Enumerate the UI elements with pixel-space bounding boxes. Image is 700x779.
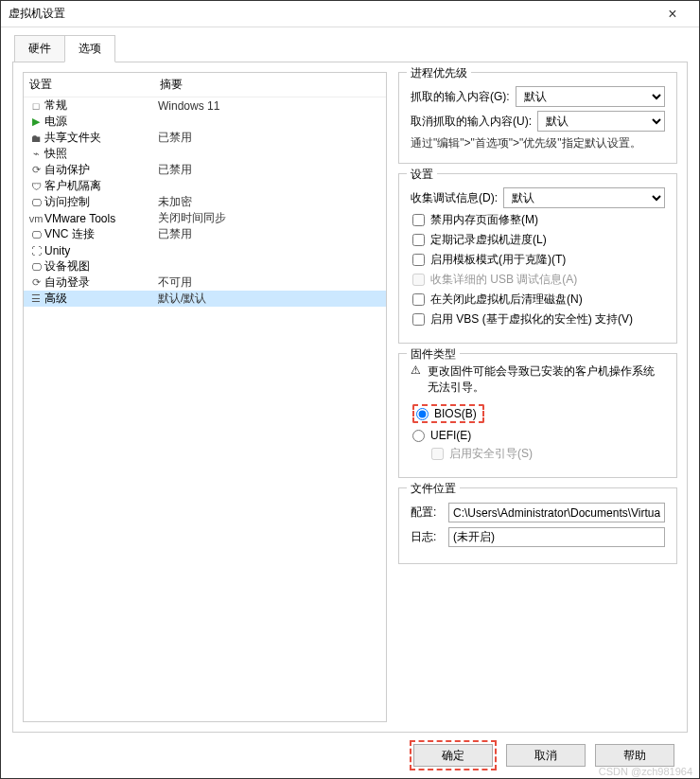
list-item[interactable]: 🖵设备视图 — [24, 258, 386, 274]
debug-select[interactable]: 默认 — [503, 187, 665, 208]
item-name: 自动保护 — [44, 162, 158, 178]
chk-log-progress[interactable]: 定期记录虚拟机进度(L) — [412, 232, 665, 248]
help-button[interactable]: 帮助 — [595, 744, 674, 767]
list-item[interactable]: ☰高级默认/默认 — [24, 291, 386, 307]
item-name: 快照 — [44, 146, 158, 162]
item-summary: 关闭时间同步 — [158, 210, 226, 226]
item-icon: ⟳ — [27, 164, 44, 176]
item-icon: ⟳ — [27, 276, 44, 289]
chk-template[interactable]: 启用模板模式(用于克隆)(T) — [412, 252, 665, 268]
dialog-buttons: 确定 取消 帮助 — [12, 733, 688, 778]
chk-usb-debug-box — [412, 274, 425, 286]
config-label: 配置: — [411, 505, 441, 521]
chk-clean-disk-box[interactable] — [412, 293, 425, 306]
item-icon: vm — [27, 213, 44, 224]
list-item[interactable]: ▶电源 — [24, 114, 386, 130]
firmware-warning: 更改固件可能会导致已安装的客户机操作系统无法引导。 — [428, 363, 665, 396]
item-name: 高级 — [44, 291, 158, 307]
item-name: 常规 — [44, 97, 158, 114]
chk-template-box[interactable] — [412, 254, 425, 266]
item-name: 共享文件夹 — [44, 130, 158, 146]
group-title: 文件位置 — [407, 481, 460, 497]
chk-vbs[interactable]: 启用 VBS (基于虚拟化的安全性) 支持(V) — [412, 311, 665, 328]
item-summary: Windows 11 — [158, 99, 219, 113]
group-file-location: 文件位置 配置: 日志: — [398, 487, 677, 564]
item-name: Unity — [44, 244, 158, 257]
ok-highlight: 确定 — [410, 740, 497, 770]
item-icon: ⛶ — [27, 245, 44, 257]
log-path[interactable] — [448, 527, 665, 547]
title-bar: 虚拟机设置 × — [1, 1, 699, 27]
list-item[interactable]: 🖵VNC 连接已禁用 — [24, 226, 386, 242]
item-name: VMware Tools — [44, 212, 158, 225]
group-title: 进程优先级 — [407, 65, 471, 81]
log-label: 日志: — [411, 529, 441, 545]
list-item[interactable]: ⛶Unity — [24, 242, 386, 258]
item-summary: 默认/默认 — [158, 291, 206, 307]
item-summary: 不可用 — [158, 274, 192, 291]
list-item[interactable]: 🖿共享文件夹已禁用 — [24, 130, 386, 146]
item-summary: 已禁用 — [158, 130, 192, 146]
grab-select[interactable]: 默认 — [516, 86, 665, 107]
item-name: 访问控制 — [44, 194, 158, 210]
group-title: 设置 — [407, 167, 437, 183]
chk-mem-trim-box[interactable] — [412, 214, 425, 226]
item-icon: 🖿 — [27, 133, 44, 144]
item-icon: ▶ — [27, 115, 44, 128]
list-item[interactable]: vmVMware Tools关闭时间同步 — [24, 210, 386, 226]
group-firmware: 固件类型 ⚠ 更改固件可能会导致已安装的客户机操作系统无法引导。 BIOS(B) — [398, 353, 677, 478]
ok-button[interactable]: 确定 — [413, 744, 493, 767]
item-name: 设备视图 — [44, 258, 158, 274]
tab-options[interactable]: 选项 — [64, 35, 115, 62]
list-item[interactable]: □常规Windows 11 — [24, 97, 386, 114]
item-summary: 未加密 — [158, 194, 192, 210]
close-icon[interactable]: × — [654, 6, 691, 23]
debug-label: 收集调试信息(D): — [411, 190, 498, 206]
chk-secure-boot-box — [431, 448, 444, 460]
warning-icon: ⚠ — [411, 363, 422, 377]
chk-secure-boot: 启用安全引导(S) — [431, 446, 665, 462]
radio-bios[interactable] — [416, 408, 429, 420]
item-icon: ☰ — [27, 292, 44, 305]
item-icon: 🖵 — [27, 197, 44, 208]
group-title: 固件类型 — [407, 346, 460, 363]
ungrab-label: 取消抓取的输入内容(U): — [411, 114, 532, 130]
tab-strip: 硬件 选项 — [12, 35, 688, 62]
list-item[interactable]: 🖵访问控制未加密 — [24, 194, 386, 210]
list-item[interactable]: ⌁快照 — [24, 146, 386, 162]
list-item[interactable]: ⟳自动保护已禁用 — [24, 162, 386, 178]
cancel-button[interactable]: 取消 — [506, 744, 586, 767]
item-name: 电源 — [44, 114, 158, 130]
item-icon: ⌁ — [27, 148, 44, 160]
chk-usb-debug: 收集详细的 USB 调试信息(A) — [412, 272, 665, 288]
item-icon: 🛡 — [27, 181, 44, 192]
item-summary: 已禁用 — [158, 226, 192, 242]
list-item[interactable]: 🛡客户机隔离 — [24, 178, 386, 194]
chk-log-progress-box[interactable] — [412, 234, 425, 246]
radio-bios-wrap[interactable]: BIOS(B) — [412, 404, 484, 423]
chk-vbs-box[interactable] — [412, 313, 425, 326]
radio-uefi[interactable] — [412, 430, 425, 442]
chk-clean-disk[interactable]: 在关闭此虚拟机后清理磁盘(N) — [412, 292, 665, 308]
radio-uefi-wrap[interactable]: UEFI(E) — [412, 429, 665, 442]
group-priority: 进程优先级 抓取的输入内容(G): 默认 取消抓取的输入内容(U): 默认 通过… — [398, 72, 677, 164]
item-icon: □ — [27, 100, 44, 112]
item-summary: 已禁用 — [158, 162, 192, 178]
chk-mem-trim[interactable]: 禁用内存页面修整(M) — [412, 212, 665, 228]
item-name: 自动登录 — [44, 274, 158, 291]
col-summary: 摘要 — [160, 77, 183, 93]
item-icon: 🖵 — [27, 261, 44, 273]
ungrab-select[interactable]: 默认 — [537, 111, 665, 132]
list-header: 设置 摘要 — [24, 73, 386, 97]
grab-label: 抓取的输入内容(G): — [411, 89, 510, 105]
priority-note: 通过"编辑">"首选项">"优先级"指定默认设置。 — [411, 135, 665, 151]
item-name: VNC 连接 — [44, 226, 158, 242]
config-path[interactable] — [448, 503, 665, 522]
settings-list: 设置 摘要 □常规Windows 11▶电源🖿共享文件夹已禁用⌁快照⟳自动保护已… — [23, 72, 387, 722]
group-settings: 设置 收集调试信息(D): 默认 禁用内存页面修整(M) 定期记录虚拟机进度(L… — [398, 173, 677, 344]
tab-hardware[interactable]: 硬件 — [14, 35, 65, 62]
window-title: 虚拟机设置 — [9, 6, 654, 22]
col-setting: 设置 — [29, 77, 160, 93]
item-name: 客户机隔离 — [44, 178, 158, 194]
list-item[interactable]: ⟳自动登录不可用 — [24, 274, 386, 291]
